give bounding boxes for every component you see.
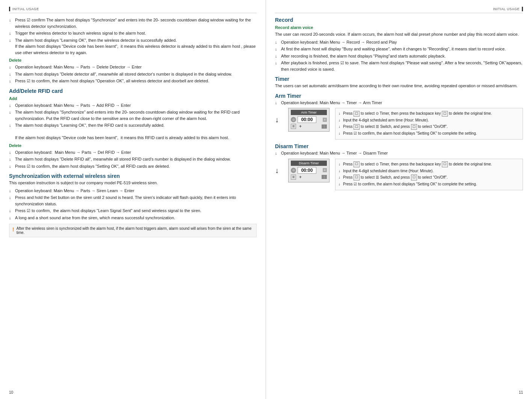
left-page-number: 10	[9, 390, 13, 394]
arm-timer-side-btn: ≡	[323, 118, 327, 122]
right-header-text: INITIAL USAGE	[493, 7, 520, 11]
timer-section-title: Timer	[275, 76, 523, 82]
bullet-item: The alarm host displays "Synchronize" an…	[9, 109, 257, 121]
disarm-timer-block: ↓ Disarm Timer ⊙ 00:00 ≡ ☰ + ⋮	[275, 159, 523, 190]
rfid-add-subtitle: Add	[9, 96, 257, 101]
disarm-timer-icon-small: ☰	[291, 174, 296, 180]
note-text: After the wireless siren is synchronized…	[17, 226, 253, 235]
arm-timer-nav: Operation keyboard: Main Menu → Timer → …	[275, 100, 523, 106]
left-header: INITIAL USAGE	[9, 7, 257, 13]
bullet-item: Operation keyboard: Main Menu → Parts → …	[9, 102, 257, 109]
instruction-item: Press ☐ to select ☰ Switch, and press ☐ …	[339, 124, 520, 130]
bullet-item: Press ☑ to confirm, the alarm host displ…	[9, 163, 257, 170]
kbd-icon: ☐	[411, 124, 417, 130]
record-intro: The user can record 20-seconds voice. If…	[275, 31, 523, 38]
arm-timer-screen-row1: ⊙ 00:00 ≡	[291, 116, 327, 123]
bullet-item: Operation keyboard: Main Menu → Parts → …	[9, 149, 257, 156]
bullet-item: Press and hold the Set button on the sir…	[9, 194, 257, 207]
bullet-item: The alarm host displays "Delete detector…	[9, 71, 257, 77]
bullet-item: The alarm host displays "Delete RFID all…	[9, 156, 257, 162]
note-box: ! After the wireless siren is synchroniz…	[9, 224, 257, 237]
kbd-icon: ☐	[411, 174, 417, 181]
instruction-item: Press ☐ to select ☰ Switch, and press ☐ …	[339, 174, 520, 181]
page-spread: INITIAL USAGE Press ☑ confirm The alarm …	[0, 0, 532, 399]
timer-intro: The users can set automatic arm/disarm t…	[275, 83, 523, 89]
disarm-timer-side-btn: ≡	[323, 168, 327, 172]
disarm-timer-instructions: Press ☐ to select ⊙ Timer, then press th…	[335, 159, 523, 190]
arm-timer-screen-title: Arm Timer	[291, 110, 327, 115]
record-bullets: Operation keyboard: Main Menu → Record →…	[275, 39, 523, 73]
disarm-timer-arrow: ↓	[275, 166, 279, 175]
bullet-item: Operation keyboard: Main Menu → Parts → …	[9, 188, 257, 194]
bullet-item: Press ☑ confirm The alarm host displays …	[9, 17, 257, 29]
left-page: INITIAL USAGE Press ☑ confirm The alarm …	[0, 0, 266, 399]
arm-timer-time: 00:00	[298, 116, 316, 123]
disarm-timer-screen: Disarm Timer ⊙ 00:00 ≡ ☰ + ⋮	[288, 159, 329, 182]
instruction-item: Input the 4-digit scheduled arm time (Ho…	[339, 117, 520, 123]
bullet-item: At first the alarm host will display "Bu…	[275, 46, 523, 52]
instruction-item: Input the 4-digit scheduled disarm time …	[339, 168, 520, 174]
bullet-item: Operation keyboard: Main Menu → Record →…	[275, 39, 523, 46]
arm-timer-block: ↓ Arm Timer ⊙ 00:00 ≡ ☰ + ⋮	[275, 108, 523, 140]
disarm-timer-instruction-list: Press ☐ to select ⊙ Timer, then press th…	[339, 161, 520, 187]
siren-bullets: Operation keyboard: Main Menu → Parts → …	[9, 188, 257, 221]
disarm-timer-time: 00:00	[298, 167, 316, 174]
arm-timer-clock-icon: ⊙	[291, 117, 296, 122]
right-page: INITIAL USAGE Record Record alarm voice …	[266, 0, 532, 399]
kbd-icon: ☐	[442, 111, 448, 117]
siren-section-title: Synchronization with external wireless s…	[9, 173, 257, 179]
disarm-timer-right-btn: ⋮	[322, 175, 327, 179]
instruction-item: Press ☑ to confirm, the alarm host displ…	[339, 181, 520, 187]
instruction-item: Press ☑ to confirm, the alarm host displ…	[339, 130, 520, 136]
right-header: INITIAL USAGE	[275, 7, 523, 13]
record-alarm-voice-subtitle: Record alarm voice	[275, 25, 523, 30]
arm-timer-instruction-list: Press ☐ to select ⊙ Timer, then press th…	[339, 111, 520, 136]
bullet-item: After playback is finished, press ☑ to s…	[275, 60, 523, 72]
arm-timer-device: Arm Timer ⊙ 00:00 ≡ ☰ + ⋮	[286, 108, 331, 132]
kbd-icon: ☐	[354, 174, 360, 181]
bullet-item: Operation keyboard: Main Menu → Parts → …	[9, 64, 257, 70]
right-page-number: 11	[519, 390, 523, 394]
disarm-timer-screen-row2: ☰ + ⋮	[291, 174, 327, 180]
disarm-timer-screen-row1: ⊙ 00:00 ≡	[291, 167, 327, 174]
arm-timer-screen-row2: ☰ + ⋮	[291, 124, 327, 129]
record-section-title: Record	[275, 17, 523, 23]
arm-timer-nav-item: Operation keyboard: Main Menu → Timer → …	[275, 100, 523, 106]
bullet-item: After recording is finished, the alarm h…	[275, 53, 523, 59]
disarm-timer-nav-item: Operation keyboard: Main Menu → Timer → …	[275, 150, 523, 156]
bullet-item: The alarm host displays "Learning OK", t…	[9, 122, 257, 141]
kbd-icon: ☐	[354, 161, 360, 167]
arm-timer-instructions: Press ☐ to select ⊙ Timer, then press th…	[335, 108, 523, 140]
siren-intro: This operation instruction is subject to…	[9, 180, 257, 186]
arm-timer-arrow: ↓	[275, 115, 279, 124]
header-bar	[9, 7, 10, 11]
bullet-item: Press ☑ to confirm, the alarm host displ…	[9, 208, 257, 214]
disarm-timer-plus: +	[299, 174, 302, 180]
kbd-icon: ☐	[354, 124, 360, 130]
kbd-icon: ☐	[442, 161, 448, 167]
disarm-timer-screen-title: Disarm Timer	[291, 161, 327, 166]
disarm-timer-clock-icon: ⊙	[291, 168, 296, 173]
arm-timer-plus: +	[299, 124, 302, 129]
rfid-delete-bullets: Operation keyboard: Main Menu → Parts → …	[9, 149, 257, 170]
disarm-timer-device: Disarm Timer ⊙ 00:00 ≡ ☰ + ⋮	[286, 159, 331, 182]
rfid-section-title: Add/Delete RFID card	[9, 88, 257, 94]
instruction-item: Press ☐ to select ⊙ Timer, then press th…	[339, 161, 520, 167]
rfid-add-bullets: Operation keyboard: Main Menu → Parts → …	[9, 102, 257, 141]
disarm-timer-nav: Operation keyboard: Main Menu → Timer → …	[275, 150, 523, 156]
arm-timer-right-btn: ⋮	[322, 124, 327, 129]
arm-timer-screen: Arm Timer ⊙ 00:00 ≡ ☰ + ⋮	[288, 108, 329, 132]
delete-subtitle: Delete	[9, 58, 257, 62]
bullet-item: A long and a short sound arise from the …	[9, 215, 257, 221]
kbd-icon: ☐	[354, 111, 360, 117]
bullet-item: Trigger the wireless detector to launch …	[9, 30, 257, 36]
arm-timer-icon-small: ☰	[291, 124, 296, 129]
initial-bullets: Press ☑ confirm The alarm host displays …	[9, 17, 257, 56]
disarm-timer-title: Disarm Timer	[275, 143, 523, 149]
delete-bullets: Operation keyboard: Main Menu → Parts → …	[9, 64, 257, 84]
header-bar-right	[522, 7, 523, 11]
note-icon: !	[12, 226, 14, 232]
arm-timer-title: Arm Timer	[275, 93, 523, 99]
left-header-text: INITIAL USAGE	[12, 7, 39, 11]
bullet-item: The alarm host displays "Learning OK", t…	[9, 37, 257, 56]
